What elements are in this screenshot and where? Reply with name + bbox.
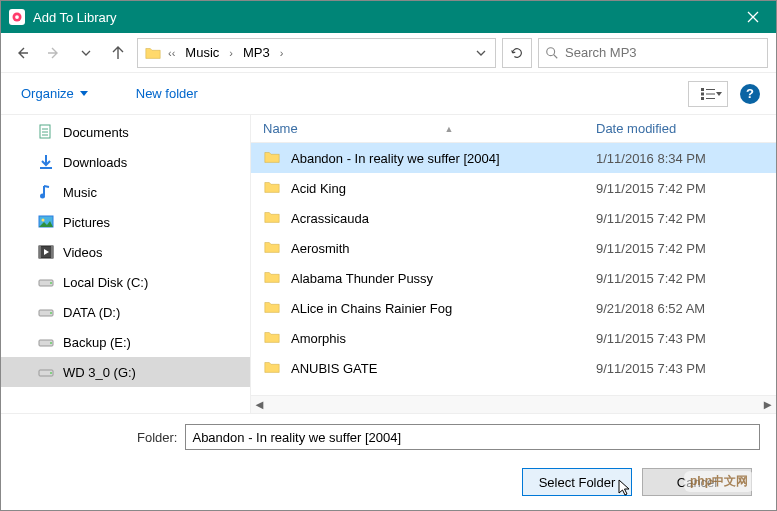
close-icon xyxy=(747,11,759,23)
horizontal-scrollbar[interactable]: ◄ ► xyxy=(251,395,776,413)
arrow-left-icon xyxy=(14,45,30,61)
tree-item-backupe[interactable]: Backup (E:) xyxy=(1,327,250,357)
folder-icon xyxy=(263,208,283,228)
chevron-down-icon xyxy=(476,48,486,58)
organize-menu[interactable]: Organize xyxy=(17,80,92,107)
downloads-icon xyxy=(37,153,55,171)
column-date[interactable]: Date modified xyxy=(596,121,776,136)
music-icon xyxy=(37,183,55,201)
folder-icon xyxy=(263,328,283,348)
file-name: ALice in Chains Rainier Fog xyxy=(291,301,596,316)
chevron-right-icon: ‹‹ xyxy=(166,47,177,59)
folder-icon xyxy=(263,358,283,378)
tree-item-label: Videos xyxy=(63,245,103,260)
file-name: Abandon - In reality we suffer [2004] xyxy=(291,151,596,166)
folder-icon xyxy=(263,238,283,258)
file-row[interactable]: ANUBIS GATE9/11/2015 7:43 PM xyxy=(251,353,776,383)
file-name: Alabama Thunder Pussy xyxy=(291,271,596,286)
help-button[interactable]: ? xyxy=(740,84,760,104)
tree-item-label: Music xyxy=(63,185,97,200)
tree-item-label: Pictures xyxy=(63,215,110,230)
close-button[interactable] xyxy=(730,1,776,33)
folder-input-row: Folder: xyxy=(17,424,760,450)
drive-icon xyxy=(37,303,55,321)
folder-icon xyxy=(263,298,283,318)
toolbar: Organize New folder ? xyxy=(1,73,776,115)
column-name[interactable]: Name ▲ xyxy=(263,121,596,136)
tree-item-label: Backup (E:) xyxy=(63,335,131,350)
chevron-right-icon: › xyxy=(278,47,286,59)
svg-point-18 xyxy=(50,282,52,284)
folder-icon xyxy=(263,148,283,168)
svg-point-1 xyxy=(15,15,19,19)
svg-point-13 xyxy=(42,219,45,222)
svg-point-20 xyxy=(50,312,52,314)
scroll-left-icon[interactable]: ◄ xyxy=(253,397,283,412)
file-name: ANUBIS GATE xyxy=(291,361,596,376)
file-date: 9/11/2015 7:42 PM xyxy=(596,241,776,256)
button-row: Select Folder Cancel xyxy=(17,468,760,496)
file-date: 9/11/2015 7:43 PM xyxy=(596,361,776,376)
file-row[interactable]: Amorphis9/11/2015 7:43 PM xyxy=(251,323,776,353)
folder-tree[interactable]: DocumentsDownloadsMusicPicturesVideosLoc… xyxy=(1,115,251,413)
breadcrumb-seg-0[interactable]: Music xyxy=(179,41,225,64)
cancel-button[interactable]: Cancel xyxy=(642,468,752,496)
pictures-icon xyxy=(37,213,55,231)
nav-forward-button[interactable] xyxy=(41,39,67,67)
refresh-icon xyxy=(510,46,524,60)
file-row[interactable]: ALice in Chains Rainier Fog9/21/2018 6:5… xyxy=(251,293,776,323)
file-list[interactable]: Abandon - In reality we suffer [2004]1/1… xyxy=(251,143,776,395)
file-date: 9/11/2015 7:43 PM xyxy=(596,331,776,346)
chevron-right-icon: › xyxy=(227,47,235,59)
tree-item-documents[interactable]: Documents xyxy=(1,117,250,147)
search-input[interactable] xyxy=(565,45,761,60)
file-row[interactable]: Acrassicauda9/11/2015 7:42 PM xyxy=(251,203,776,233)
breadcrumb[interactable]: ‹‹ Music › MP3 › xyxy=(137,38,496,68)
tree-item-downloads[interactable]: Downloads xyxy=(1,147,250,177)
file-row[interactable]: Acid King9/11/2015 7:42 PM xyxy=(251,173,776,203)
column-name-label: Name xyxy=(263,121,298,136)
nav-back-button[interactable] xyxy=(9,39,35,67)
select-folder-label: Select Folder xyxy=(539,475,616,490)
tree-item-music[interactable]: Music xyxy=(1,177,250,207)
tree-item-pictures[interactable]: Pictures xyxy=(1,207,250,237)
arrow-up-icon xyxy=(110,45,126,61)
scroll-right-icon[interactable]: ► xyxy=(744,397,774,412)
file-name: Acid King xyxy=(291,181,596,196)
tree-item-wdg[interactable]: WD 3_0 (G:) xyxy=(1,357,250,387)
tree-item-label: WD 3_0 (G:) xyxy=(63,365,136,380)
folder-icon xyxy=(263,178,283,198)
tree-item-videos[interactable]: Videos xyxy=(1,237,250,267)
refresh-button[interactable] xyxy=(502,38,532,68)
svg-rect-6 xyxy=(706,93,715,94)
search-box[interactable] xyxy=(538,38,768,68)
nav-row: ‹‹ Music › MP3 › xyxy=(1,33,776,73)
breadcrumb-dropdown[interactable] xyxy=(469,39,491,67)
nav-recent-dropdown[interactable] xyxy=(73,39,99,67)
tree-item-localc[interactable]: Local Disk (C:) xyxy=(1,267,250,297)
svg-rect-4 xyxy=(706,89,715,90)
file-date: 9/11/2015 7:42 PM xyxy=(596,181,776,196)
new-folder-button[interactable]: New folder xyxy=(132,80,202,107)
tree-item-label: Documents xyxy=(63,125,129,140)
tree-item-datad[interactable]: DATA (D:) xyxy=(1,297,250,327)
sort-asc-icon: ▲ xyxy=(444,124,453,134)
folder-input[interactable] xyxy=(185,424,760,450)
svg-point-2 xyxy=(547,47,555,55)
app-icon xyxy=(9,9,25,25)
file-row[interactable]: Alabama Thunder Pussy9/11/2015 7:42 PM xyxy=(251,263,776,293)
select-folder-button[interactable]: Select Folder xyxy=(522,468,632,496)
nav-up-button[interactable] xyxy=(105,39,131,67)
tree-item-label: DATA (D:) xyxy=(63,305,120,320)
arrow-right-icon xyxy=(46,45,62,61)
file-row[interactable]: Abandon - In reality we suffer [2004]1/1… xyxy=(251,143,776,173)
file-row[interactable]: Aerosmith9/11/2015 7:42 PM xyxy=(251,233,776,263)
svg-point-11 xyxy=(40,194,45,199)
dialog-window: Add To Library ‹‹ Music › MP3 › xyxy=(0,0,777,511)
breadcrumb-seg-1[interactable]: MP3 xyxy=(237,41,276,64)
file-name: Aerosmith xyxy=(291,241,596,256)
cursor-icon xyxy=(617,479,633,497)
drive-icon xyxy=(37,333,55,351)
view-options-button[interactable] xyxy=(688,81,728,107)
tree-item-label: Downloads xyxy=(63,155,127,170)
